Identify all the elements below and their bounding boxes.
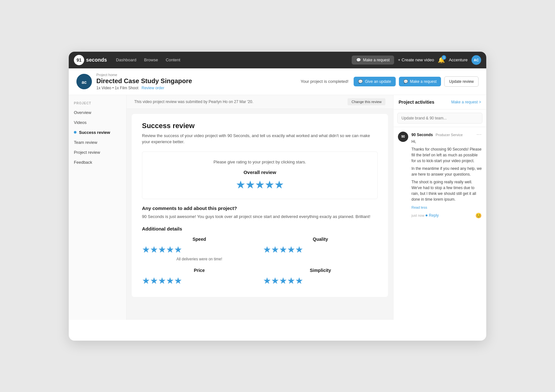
message-icon: 💬	[356, 58, 361, 62]
review-title: Success review	[142, 122, 378, 130]
speed-stars[interactable]: ★★★★★	[142, 244, 257, 255]
review-notif-text: This video project review was submitted …	[134, 100, 253, 104]
activities-title: Project activities	[399, 100, 434, 105]
project-meta: 1x Video • 1x Film Shoot Review order	[96, 86, 301, 90]
sidebar-section-label: PROJECT	[69, 101, 126, 108]
sidebar-item-feedback[interactable]: Feedback	[69, 157, 126, 167]
project-status-area: Your project is completed! 💬 Give an upd…	[301, 76, 479, 87]
rating-prompt: Please give rating to your project by cl…	[150, 160, 370, 164]
message-time: just now Reply	[411, 213, 439, 218]
accenture-button[interactable]: Accenture	[449, 57, 468, 62]
review-description: Review the success of your video project…	[142, 133, 378, 145]
emoji-reaction-button[interactable]: 😊	[475, 213, 482, 219]
main-layout: PROJECT Overview Videos Success review T…	[69, 95, 486, 320]
update-review-button[interactable]: Update review	[444, 76, 479, 87]
detail-price: Price ★★★★★	[142, 268, 257, 286]
svg-text:ac: ac	[82, 79, 87, 84]
additional-label: Additional details	[142, 226, 378, 231]
nav-browse[interactable]: Browse	[144, 57, 158, 62]
quality-stars[interactable]: ★★★★★	[263, 244, 378, 255]
overall-stars[interactable]: ★★★★★	[150, 178, 370, 191]
price-stars[interactable]: ★★★★★	[142, 275, 257, 286]
project-info: Project home Directed Case Study Singapo…	[96, 73, 301, 90]
comments-text: 90 Seconds is just awesome! You guys too…	[142, 213, 378, 220]
detail-simplicity: Simplicity ★★★★★	[263, 268, 378, 286]
project-home-label: Project home	[96, 73, 301, 77]
message-footer: just now Reply 😊	[411, 213, 482, 219]
topbar-make-request-button[interactable]: 💬 Make a request	[352, 56, 394, 65]
detail-speed: Speed ★★★★★ All deliveries were on time!	[142, 237, 257, 261]
give-update-button[interactable]: 💬 Give an update	[354, 77, 395, 86]
browser-window: 91 seconds Dashboard Browse Content 💬 Ma…	[69, 52, 486, 341]
read-less-link[interactable]: Read less	[411, 205, 427, 209]
message-thread: 90 90 Seconds Producer Service ··· Hi, T…	[393, 127, 486, 320]
overall-label: Overall review	[150, 170, 370, 175]
notification-badge: 1	[442, 55, 446, 60]
message-header: 90 Seconds Producer Service ···	[411, 132, 482, 137]
create-video-button[interactable]: + Create new video	[398, 57, 434, 62]
req-icon: 💬	[403, 79, 408, 84]
update-input-area	[393, 109, 486, 127]
sidebar-item-project-review[interactable]: Project review	[69, 147, 126, 157]
update-input[interactable]	[397, 113, 482, 124]
message-role: Producer Service	[436, 133, 463, 137]
activities-header: Project activities Make a request >	[393, 95, 486, 109]
detail-quality: Quality ★★★★★	[263, 237, 378, 261]
activities-make-request-link[interactable]: Make a request >	[451, 100, 481, 104]
topbar-right: 💬 Make a request + Create new video 🔔 1 …	[352, 55, 481, 65]
review-order-link[interactable]: Review order	[142, 86, 164, 90]
message-sender: 90 Seconds	[411, 133, 433, 137]
sidebar-item-overview[interactable]: Overview	[69, 108, 126, 118]
active-dot	[74, 131, 76, 134]
sidebar-item-success-review[interactable]: Success review	[69, 127, 126, 137]
details-grid: Speed ★★★★★ All deliveries were on time!…	[142, 237, 378, 286]
simplicity-stars[interactable]: ★★★★★	[263, 275, 378, 286]
sidebar-item-team-review[interactable]: Team review	[69, 137, 126, 147]
message-item: 90 90 Seconds Producer Service ··· Hi, T…	[398, 132, 482, 219]
additional-details: Additional details Speed ★★★★★ All deliv…	[142, 226, 378, 286]
project-header: ac Project home Directed Case Study Sing…	[69, 68, 486, 95]
comments-section: Any comments to add about this project? …	[142, 205, 378, 220]
comments-label: Any comments to add about this project?	[142, 205, 378, 211]
message-content: 90 Seconds Producer Service ··· Hi, Than…	[411, 132, 482, 219]
nav-dashboard[interactable]: Dashboard	[116, 57, 137, 62]
rating-section: Please give rating to your project by cl…	[142, 152, 378, 199]
speed-note: All deliveries were on time!	[142, 257, 257, 261]
review-notification-bar: This video project review was submitted …	[127, 95, 393, 109]
sidebar-item-videos[interactable]: Videos	[69, 118, 126, 127]
content-area: This video project review was submitted …	[127, 95, 393, 320]
message-body: Hi, Thanks for choosing 90 Seconds! Plea…	[411, 139, 482, 202]
topbar: 91 seconds Dashboard Browse Content 💬 Ma…	[69, 52, 486, 68]
logo-number: 91	[74, 55, 84, 65]
message-avatar: 90	[398, 132, 408, 142]
reply-button[interactable]: Reply	[429, 213, 439, 218]
notification-button[interactable]: 🔔 1	[438, 57, 445, 64]
change-review-button[interactable]: Change this review	[348, 98, 385, 105]
nav-content[interactable]: Content	[166, 57, 181, 62]
project-make-request-button[interactable]: 💬 Make a request	[399, 77, 441, 86]
message-time-text: just now	[411, 213, 424, 217]
project-status-text: Your project is completed!	[301, 79, 348, 84]
chat-icon: 💬	[358, 79, 363, 84]
main-nav: Dashboard Browse Content	[116, 57, 181, 62]
time-indicator	[426, 214, 427, 216]
project-logo-svg: ac	[76, 74, 92, 89]
logo-text: seconds	[86, 57, 107, 63]
review-card: Success review Review the success of you…	[132, 114, 388, 297]
sidebar: PROJECT Overview Videos Success review T…	[69, 95, 127, 320]
project-title: Directed Case Study Singapore	[96, 77, 301, 85]
message-sender-line: 90 Seconds Producer Service	[411, 132, 463, 137]
logo-area: 91 seconds	[74, 55, 107, 65]
message-more-button[interactable]: ···	[477, 132, 482, 137]
project-logo: ac	[76, 74, 92, 89]
activities-panel: Project activities Make a request > 90 9…	[393, 95, 486, 320]
avatar[interactable]: AC	[471, 55, 481, 65]
